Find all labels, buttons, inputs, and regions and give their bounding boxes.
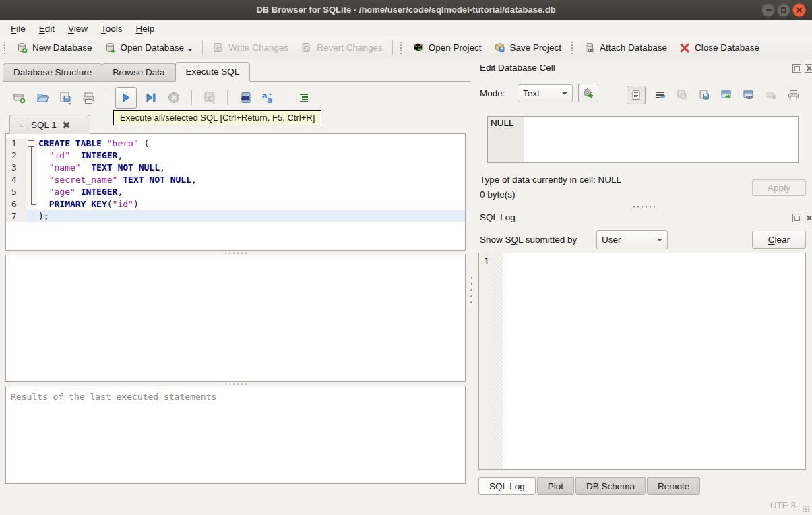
auto-apply-button[interactable]: [578, 84, 598, 102]
find-button[interactable]: [237, 89, 254, 107]
print-button[interactable]: [80, 89, 97, 107]
link-button[interactable]: [741, 87, 757, 103]
line-number: 1: [6, 138, 26, 150]
results-grid-pane[interactable]: [5, 255, 466, 382]
results-message-pane[interactable]: Results of the last executed statements: [5, 386, 466, 484]
save-results-icon: [202, 90, 217, 105]
stop-icon: [167, 91, 181, 104]
close-database-button[interactable]: Close Database: [673, 40, 766, 56]
cell-size-info: 0 byte(s): [480, 189, 516, 200]
open-external-button[interactable]: [718, 87, 735, 103]
cell-editor[interactable]: NULL: [487, 116, 799, 163]
mode-combobox[interactable]: Text: [518, 84, 573, 102]
save-sql-file-button[interactable]: [57, 89, 74, 107]
tab-browse-data[interactable]: Browse Data: [102, 63, 175, 82]
main-toolbar: New Database Open Database Write Changes…: [0, 36, 812, 59]
word-wrap-icon: [654, 90, 666, 101]
code-text: "age" INTEGER,: [37, 186, 465, 198]
editor-line[interactable]: 3 "name" TEXT NOT NULL,: [6, 162, 465, 174]
execute-current-line-button[interactable]: [142, 89, 160, 107]
sql-log-filter-label: Show SQL submitted by: [480, 235, 577, 245]
menubar: File Edit View Tools Help: [0, 20, 812, 36]
close-button[interactable]: [792, 3, 806, 17]
menu-view[interactable]: View: [61, 22, 94, 36]
attach-database-button[interactable]: Attach Database: [577, 39, 673, 56]
menu-file[interactable]: File: [4, 22, 32, 36]
dock-tab-remote[interactable]: Remote: [647, 477, 700, 495]
vertical-splitter-handle[interactable]: [470, 275, 472, 303]
text-mode-button[interactable]: [627, 86, 646, 104]
code-text: "id" INTEGER,: [37, 150, 465, 162]
open-project-button[interactable]: Open Project: [406, 39, 488, 56]
cell-editor-content[interactable]: [524, 117, 798, 162]
sql-log-filter-combobox[interactable]: User: [596, 230, 668, 249]
text-document-icon: [631, 90, 642, 100]
indent-button[interactable]: [295, 89, 313, 107]
maximize-button[interactable]: [777, 3, 790, 17]
revert-changes-icon: [301, 42, 312, 53]
import-icon: [676, 89, 688, 101]
clear-log-button[interactable]: Clear: [752, 231, 806, 249]
editor-line[interactable]: 6 PRIMARY KEY("id"): [6, 198, 465, 210]
dock-tab-plot[interactable]: Plot: [537, 477, 574, 495]
code-text: PRIMARY KEY("id"): [37, 198, 465, 210]
save-project-button[interactable]: Save Project: [488, 39, 568, 56]
new-sql-tab-button[interactable]: [11, 89, 28, 107]
tab-database-structure[interactable]: Database Structure: [3, 63, 102, 82]
gear-arrow-icon: [582, 87, 595, 100]
open-external-icon: [720, 89, 732, 101]
editor-line[interactable]: 1-CREATE TABLE "hero" (: [6, 138, 465, 150]
fold-margin[interactable]: -: [26, 138, 37, 150]
resize-grip[interactable]: [802, 505, 809, 512]
cell-null-indicator: NULL: [488, 117, 524, 162]
code-text: "secret_name" TEXT NOT NULL,: [37, 174, 465, 186]
close-panel-icon[interactable]: [805, 64, 812, 73]
open-database-button[interactable]: Open Database: [98, 39, 199, 57]
sql-log-content[interactable]: [503, 253, 805, 469]
open-project-icon: [412, 42, 424, 53]
editor-line[interactable]: 2 "id" INTEGER,: [6, 150, 465, 162]
open-database-label: Open Database: [121, 42, 185, 53]
sql-log-view[interactable]: 1: [478, 253, 806, 470]
minimize-button[interactable]: [761, 3, 775, 17]
menu-tools[interactable]: Tools: [94, 22, 129, 36]
menu-edit[interactable]: Edit: [32, 22, 61, 36]
float-panel-icon[interactable]: [792, 64, 801, 73]
export-cell-button[interactable]: [696, 87, 712, 103]
dock-splitter-handle[interactable]: [632, 206, 656, 208]
sql-tab-close-icon[interactable]: [63, 121, 70, 129]
write-changes-icon: [212, 42, 224, 53]
sql-tab-label: SQL 1: [31, 120, 57, 130]
execute-sql-icon: [120, 92, 132, 104]
tab-execute-sql[interactable]: Execute SQL: [175, 62, 251, 82]
menu-help[interactable]: Help: [129, 22, 162, 36]
write-changes-button: Write Changes: [206, 39, 294, 56]
dock-tab-sql-log[interactable]: SQL Log: [478, 477, 536, 495]
editor-line[interactable]: 7);: [6, 210, 465, 222]
toolbar-drag-handle[interactable]: [571, 41, 574, 55]
close-panel-icon[interactable]: [805, 214, 812, 222]
sql-editor[interactable]: 1-CREATE TABLE "hero" (2 "id" INTEGER,3 …: [5, 133, 466, 251]
execute-sql-button[interactable]: [115, 87, 137, 109]
open-database-dropdown-icon[interactable]: [187, 49, 193, 54]
word-wrap-button[interactable]: [652, 87, 668, 103]
open-sql-file-button[interactable]: [34, 89, 51, 107]
editor-line[interactable]: 4 "secret_name" TEXT NOT NULL,: [6, 174, 465, 186]
float-panel-icon[interactable]: [792, 214, 801, 222]
toolbar-drag-handle[interactable]: [400, 41, 403, 55]
new-database-button[interactable]: New Database: [10, 39, 98, 56]
revert-changes-label: Revert Changes: [317, 42, 383, 53]
print-cell-button[interactable]: [785, 87, 801, 103]
attach-database-icon: [584, 42, 595, 53]
titlebar[interactable]: DB Browser for SQLite - /home/user/code/…: [0, 0, 812, 20]
toolbar-drag-handle[interactable]: [3, 41, 7, 55]
execute-current-line-icon: [144, 91, 158, 104]
dock-tab-db-schema[interactable]: DB Schema: [575, 477, 646, 495]
apply-button: Apply: [752, 179, 806, 196]
sql-toolbar-separator: [191, 90, 192, 105]
sql-document-tab[interactable]: SQL 1: [9, 115, 90, 134]
sql-editor-lines: 1-CREATE TABLE "hero" (2 "id" INTEGER,3 …: [6, 138, 465, 222]
format-sql-button[interactable]: aa: [259, 89, 277, 107]
editor-line[interactable]: 5 "age" INTEGER,: [6, 186, 465, 198]
line-number: 5: [6, 186, 26, 198]
